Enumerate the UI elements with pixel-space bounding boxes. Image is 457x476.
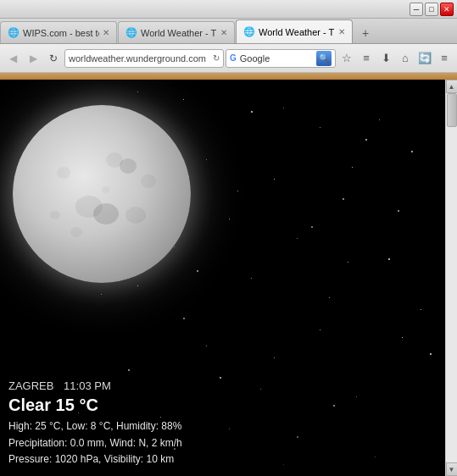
search-logo: G (230, 53, 237, 63)
maximize-button[interactable]: □ (425, 3, 438, 16)
svg-point-4 (70, 227, 82, 237)
reader-icon[interactable]: ≡ (357, 49, 376, 68)
weather-location: ZAGREB (8, 379, 53, 392)
tab-2[interactable]: 🌐 World Weather - The a... ✕ (118, 21, 235, 43)
svg-point-0 (75, 196, 103, 218)
tab-1-close[interactable]: ✕ (103, 28, 109, 37)
minimize-button[interactable]: ─ (410, 3, 423, 16)
svg-point-7 (141, 174, 156, 188)
home-icon[interactable]: ⌂ (396, 49, 415, 68)
scrollbar-up-button[interactable]: ▲ (446, 80, 458, 93)
tab-3-label: World Weather - The a... (259, 27, 335, 37)
tab-3[interactable]: 🌐 World Weather - The a... ✕ (236, 19, 353, 43)
wood-strip (0, 73, 457, 80)
sync-icon[interactable]: 🔄 (415, 49, 434, 68)
weather-location-time: ZAGREB 11:03 PM (8, 379, 182, 392)
main-content: ▲ ▼ ZAGREB 11:03 PM Clear 15 °C High: 25… (0, 80, 457, 476)
close-button[interactable]: ✕ (440, 3, 454, 16)
search-input-text: Google (238, 53, 316, 64)
weather-overlay: ZAGREB 11:03 PM Clear 15 °C High: 25 °C,… (8, 379, 182, 468)
svg-point-1 (106, 152, 123, 168)
weather-detail-line2: Precipitation: 0.0 mm, Wind: N, 2 km/h (8, 435, 182, 451)
bookmark-icon[interactable]: ☆ (337, 49, 356, 68)
title-bar: ─ □ ✕ (0, 0, 457, 19)
weather-detail-line1: High: 25 °C, Low: 8 °C, Humidity: 88% (8, 418, 182, 434)
search-go-button[interactable]: 🔍 (316, 51, 332, 66)
scrollbar: ▲ ▼ (445, 80, 457, 476)
tab-2-label: World Weather - The a... (141, 28, 217, 38)
tab-bar: 🌐 WIPS.com - best to... ✕ 🌐 World Weathe… (0, 19, 457, 44)
tab-2-close[interactable]: ✕ (220, 28, 227, 37)
refresh-button[interactable]: ↻ (44, 49, 63, 68)
tab-favicon-1: 🌐 (8, 27, 20, 39)
moon (13, 105, 191, 283)
svg-point-2 (57, 167, 70, 179)
tab-1-label: WIPS.com - best to... (23, 28, 99, 38)
weather-detail-line3: Pressure: 1020 hPa, Visibility: 10 km (8, 451, 182, 468)
address-text: worldweather.wunderground.com (69, 53, 211, 64)
scrollbar-thumb[interactable] (447, 93, 457, 127)
tab-3-close[interactable]: ✕ (338, 27, 345, 36)
moon-craters-svg (13, 105, 191, 283)
weather-condition: Clear 15 °C (8, 396, 182, 415)
menu-icon[interactable]: ≡ (435, 49, 454, 68)
download-icon[interactable]: ⬇ (376, 49, 395, 68)
tab-1[interactable]: 🌐 WIPS.com - best to... ✕ (0, 21, 117, 43)
tab-favicon-3: 🌐 (243, 26, 255, 38)
search-bar[interactable]: G Google 🔍 (226, 49, 336, 68)
toolbar-icons: ☆ ≡ ⬇ ⌂ 🔄 ≡ (337, 49, 454, 68)
scrollbar-track[interactable] (446, 93, 458, 462)
svg-point-6 (50, 211, 60, 219)
nav-bar: ◀ ▶ ↻ worldweather.wunderground.com ↻ G … (0, 44, 457, 73)
new-tab-button[interactable]: + (355, 23, 376, 43)
scrollbar-down-button[interactable]: ▼ (446, 462, 458, 476)
address-refresh-icon[interactable]: ↻ (213, 53, 220, 63)
weather-time: 11:03 PM (64, 379, 111, 392)
back-button[interactable]: ◀ (3, 49, 22, 68)
svg-point-5 (102, 186, 110, 193)
forward-button[interactable]: ▶ (24, 49, 42, 68)
svg-point-3 (125, 207, 146, 224)
address-bar[interactable]: worldweather.wunderground.com ↻ (64, 49, 224, 68)
tab-favicon-2: 🌐 (125, 27, 137, 39)
